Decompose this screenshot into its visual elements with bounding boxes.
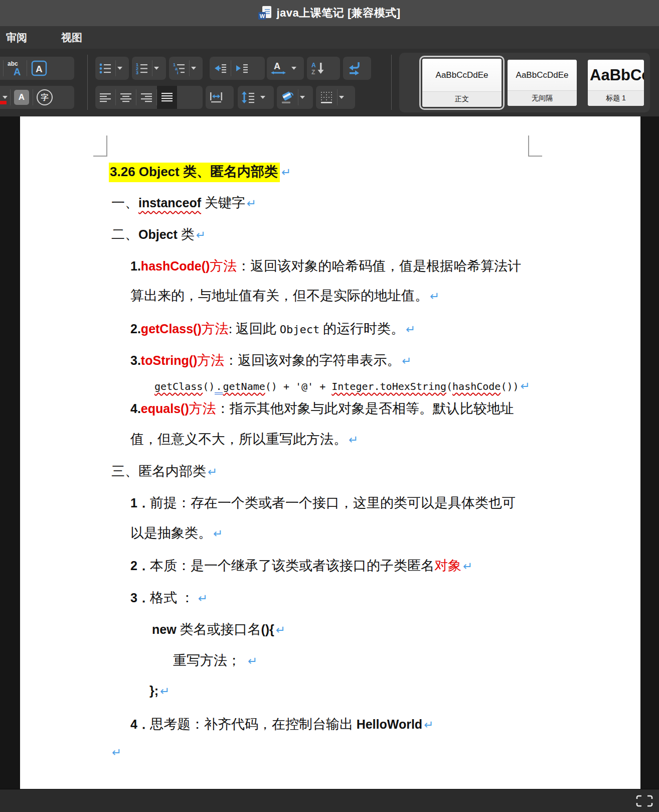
style-label: 标题 1 (588, 90, 644, 106)
ribbon: A abc A A A (0, 49, 659, 116)
align-center-button[interactable] (116, 86, 136, 109)
shading-button[interactable] (277, 86, 298, 109)
style-card-heading1[interactable]: AaBbCcDdEe 标题 1 (588, 60, 644, 106)
paragraph: 3．格式 ：↵ (130, 589, 208, 607)
svg-text:i: i (177, 70, 179, 75)
chevron-down-icon[interactable] (3, 96, 8, 99)
borders-button[interactable] (316, 86, 337, 109)
style-preview: AaBbCcDdEe (588, 60, 644, 90)
character-shading-icon: A (14, 90, 29, 105)
increase-indent-button[interactable] (231, 57, 252, 80)
asian-layout-button[interactable]: A (267, 57, 290, 80)
paragraph: 重写方法；↵ (173, 651, 257, 669)
line-spacing-button[interactable] (238, 86, 259, 109)
tab-review[interactable]: 审阅 (0, 26, 36, 49)
return-mark: ↵ (213, 527, 223, 540)
chevron-down-icon[interactable] (339, 96, 344, 99)
clear-format-button[interactable]: A (0, 57, 3, 80)
status-bar (0, 789, 659, 812)
svg-text:A: A (36, 64, 43, 74)
enclose-character-icon: 字 (37, 89, 53, 105)
svg-text:3: 3 (136, 70, 138, 75)
chevron-down-icon[interactable] (291, 67, 296, 70)
align-left-button[interactable] (95, 86, 115, 109)
paragraph: 算出来的，与地址值有关，但不是实际的地址值。↵ (130, 287, 439, 305)
paragraph: 值，但意义不大，所以重写此方法。↵ (130, 430, 358, 448)
paragraph: 1.hashCode()方法：返回该对象的哈希码值，值是根据哈希算法计 (130, 257, 521, 275)
word-app-icon: W (258, 6, 271, 21)
window-title: java上课笔记 [兼容模式] (276, 6, 400, 21)
align-right-button[interactable] (136, 86, 156, 109)
numbering-button[interactable]: 1 2 3 (132, 57, 152, 80)
chevron-down-icon[interactable] (154, 67, 159, 70)
chevron-down-icon[interactable] (117, 67, 122, 70)
return-mark: ↵ (160, 685, 170, 698)
distributed-button[interactable] (206, 86, 227, 109)
paragraph: 1．前提：存在一个类或者一个接口，这里的类可以是具体类也可 (130, 494, 516, 512)
indent-group (210, 57, 265, 80)
align-left-icon (99, 91, 112, 104)
style-gallery: AaBbCcDdEe 正文 AaBbCcDdEe 无间隔 AaBbCcDdEe … (399, 53, 650, 112)
paragraph: 二、Object 类↵ (111, 225, 206, 243)
chevron-down-icon[interactable] (191, 67, 196, 70)
justify-button[interactable] (157, 86, 177, 109)
group-separator (87, 55, 88, 110)
paragraph: 4.equals()方法：指示其他对象与此对象是否相等。默认比较地址 (130, 399, 514, 418)
style-preview: AaBbCcDdEe (422, 59, 502, 91)
style-card-body-text[interactable]: AaBbCcDdEe 正文 (422, 59, 502, 107)
svg-text:A: A (274, 61, 280, 71)
return-mark: ↵ (276, 623, 285, 636)
align-center-icon (119, 91, 132, 104)
enclose-characters-button[interactable]: 字 (33, 86, 56, 109)
return-mark: ↵ (248, 654, 257, 667)
document-page[interactable]: 3.26 Object 类、匿名内部类↵ 一、instanceof 关键字↵ 二… (20, 116, 640, 789)
font-group-row1: A abc A A (0, 57, 74, 80)
paragraph: 2．本质：是一个继承了该类或者该接口的子类匿名对象↵ (130, 557, 472, 575)
formatting-marks-button[interactable] (343, 57, 365, 80)
align-group (95, 86, 203, 109)
paragraph: };↵ (149, 683, 170, 699)
numbered-list-icon: 1 2 3 (135, 62, 148, 75)
paragraph-marks-icon (347, 61, 362, 75)
group-separator (391, 55, 392, 110)
style-preview: AaBbCcDdEe (508, 60, 577, 90)
style-label: 无间隔 (508, 90, 577, 106)
return-mark: ↵ (402, 354, 411, 367)
svg-text:A: A (14, 66, 21, 77)
numbering-group: 1 2 3 (132, 57, 166, 80)
paragraph: ↵ (110, 744, 121, 760)
phonetic-guide-button[interactable]: abc A (4, 57, 27, 80)
font-group-row2: A 字 (0, 86, 74, 109)
character-border-icon: A (31, 60, 48, 77)
paragraph: new 类名或接口名(){↵ (152, 620, 285, 638)
style-card-no-spacing[interactable]: AaBbCcDdEe 无间隔 (508, 60, 577, 106)
focus-mode-button[interactable] (636, 795, 653, 807)
multilevel-group: 1 a i (169, 57, 203, 80)
borders-icon (319, 90, 334, 104)
chevron-down-icon[interactable] (260, 96, 265, 99)
bullets-button[interactable] (95, 57, 115, 80)
chevron-down-icon[interactable] (300, 96, 305, 99)
multilevel-list-button[interactable]: 1 a i (169, 57, 189, 80)
paragraph: 一、instanceof 关键字↵ (111, 194, 256, 212)
return-mark: ↵ (112, 746, 121, 759)
line-spacing-group (238, 86, 274, 109)
character-shading-button[interactable]: A (11, 86, 33, 109)
paragraph: 4．思考题：补齐代码，在控制台输出 HelloWorld↵ (130, 715, 433, 733)
tab-view[interactable]: 视图 (52, 26, 91, 49)
sort-button[interactable]: A Z (307, 57, 329, 80)
paragraph: 3.toString()方法：返回该对象的字符串表示。↵ (130, 351, 412, 369)
return-mark: ↵ (208, 465, 217, 478)
return-mark: ↵ (349, 433, 358, 446)
font-color-button[interactable] (0, 86, 10, 109)
ribbon-tab-bar: 审阅 视图 (0, 26, 659, 49)
return-mark: ↵ (521, 379, 530, 392)
decrease-indent-button[interactable] (210, 57, 231, 80)
font-color-red-icon (0, 101, 7, 104)
bullet-list-icon (99, 62, 112, 75)
svg-text:Z: Z (311, 69, 315, 75)
sort-group: A Z (307, 57, 340, 80)
return-mark: ↵ (430, 290, 439, 303)
distributed-icon (209, 91, 223, 104)
character-border-button[interactable]: A (27, 57, 51, 80)
